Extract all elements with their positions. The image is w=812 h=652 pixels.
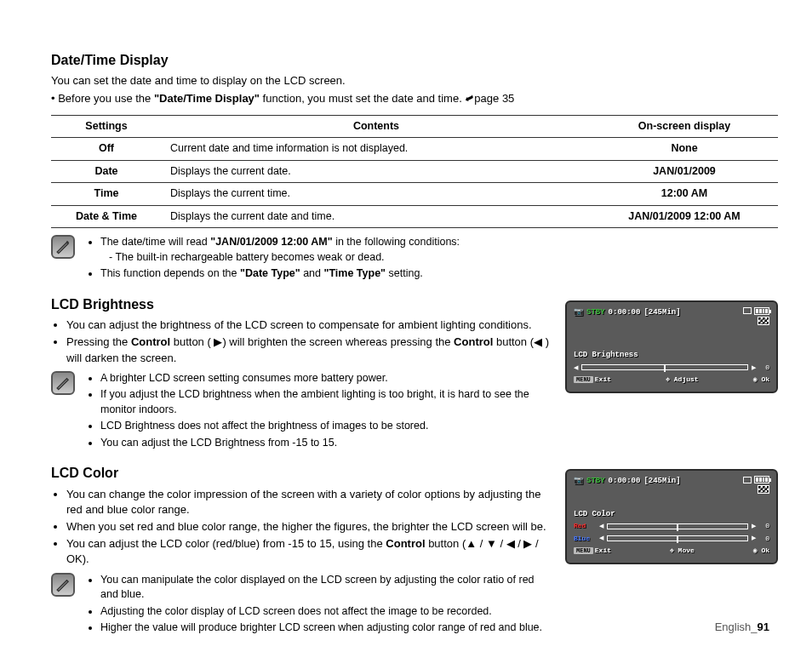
right-arrow-icon: ▶ <box>752 522 756 530</box>
red-value: 0 <box>759 521 769 530</box>
blue-value: 0 <box>759 534 769 543</box>
red-label: Red <box>574 521 596 530</box>
left-arrow-icon: ◀ <box>574 363 578 372</box>
dpad-icon: ✥ <box>666 375 674 383</box>
exit-label: Exit <box>595 546 611 554</box>
lcd-preview-brightness: 📷 STBY 0:00:00 [245Min] LCD Brightness ◀… <box>565 300 778 393</box>
brightness-bullet: You can adjust the brightness of the LCD… <box>66 317 550 333</box>
ok-label: Ok <box>761 546 769 554</box>
note-icon <box>51 371 75 395</box>
dpad-icon: ✥ <box>670 546 678 554</box>
remaining-time: [245Min] <box>643 476 680 487</box>
datetime-intro: You can set the date and time to display… <box>51 73 778 89</box>
table-row: Off Current date and time information is… <box>51 138 778 161</box>
card-icon <box>743 307 752 314</box>
brightness-slider <box>581 364 748 370</box>
lcd-preview-color: 📷 STBY 0:00:00 [245Min] LCD Color Red ◀ … <box>565 469 778 563</box>
table-row: Time Displays the current time. 12:00 AM <box>51 183 778 206</box>
ok-dot-icon: ◉ <box>753 546 762 554</box>
blue-slider <box>607 535 748 541</box>
color-bullet: When you set red and blue color range, t… <box>66 519 550 535</box>
blue-label: Blue <box>574 534 596 543</box>
color-notes: You can manipulate the color displayed o… <box>51 573 550 638</box>
focus-icon <box>758 317 769 325</box>
ok-label: Ok <box>761 375 769 383</box>
menu-badge: MENU <box>574 547 593 554</box>
camera-icon: 📷 <box>574 476 583 487</box>
battery-icon <box>754 307 769 315</box>
lcd-setting-title: LCD Color <box>574 509 769 520</box>
datetime-precondition: Before you use the "Date/Time Display" f… <box>51 91 778 106</box>
page-footer: English_91 <box>715 620 769 635</box>
brightness-notes: A brighter LCD screen setting consumes m… <box>51 371 550 453</box>
section-title-brightness: LCD Brightness <box>51 295 550 314</box>
note-icon <box>51 235 75 259</box>
menu-badge: MENU <box>574 376 593 383</box>
table-row: Date & Time Displays the current date an… <box>51 205 778 228</box>
exit-label: Exit <box>595 375 611 383</box>
section-title-datetime: Date/Time Display <box>51 51 778 70</box>
datetime-settings-table: Settings Contents On-screen display Off … <box>51 115 778 229</box>
right-arrow-icon: ▶ <box>752 363 756 372</box>
adjust-label: Adjust <box>674 375 699 383</box>
th-contents: Contents <box>162 115 591 138</box>
elapsed-time: 0:00:00 <box>609 476 641 487</box>
left-arrow-icon: ◀ <box>599 522 603 530</box>
elapsed-time: 0:00:00 <box>609 307 641 318</box>
stby-indicator: STBY <box>586 307 605 318</box>
move-label: Move <box>678 546 695 554</box>
remaining-time: [245Min] <box>643 307 680 318</box>
datetime-notes: The date/time will read "JAN/01/2009 12:… <box>51 235 778 283</box>
left-arrow-icon: ◀ <box>599 534 603 542</box>
color-bullet: You can change the color impression of t… <box>66 487 550 518</box>
note-icon <box>51 573 75 597</box>
right-arrow-icon: ▶ <box>752 534 756 542</box>
table-row: Date Displays the current date. JAN/01/2… <box>51 160 778 183</box>
battery-icon <box>754 476 769 483</box>
color-bullet: You can adjust the LCD color (red/blue) … <box>66 536 550 567</box>
card-icon <box>743 477 752 483</box>
ok-dot-icon: ◉ <box>753 375 762 383</box>
brightness-bullet: Pressing the Control button ( ▶) will br… <box>66 335 550 365</box>
red-slider <box>607 523 748 529</box>
th-osd: On-screen display <box>591 115 778 138</box>
brightness-value: 0 <box>759 363 769 372</box>
focus-icon <box>758 485 769 494</box>
th-settings: Settings <box>51 115 162 138</box>
camera-icon: 📷 <box>574 307 583 318</box>
lcd-setting-title: LCD Brightness <box>574 350 769 361</box>
stby-indicator: STBY <box>586 476 605 487</box>
section-title-color: LCD Color <box>51 464 550 483</box>
